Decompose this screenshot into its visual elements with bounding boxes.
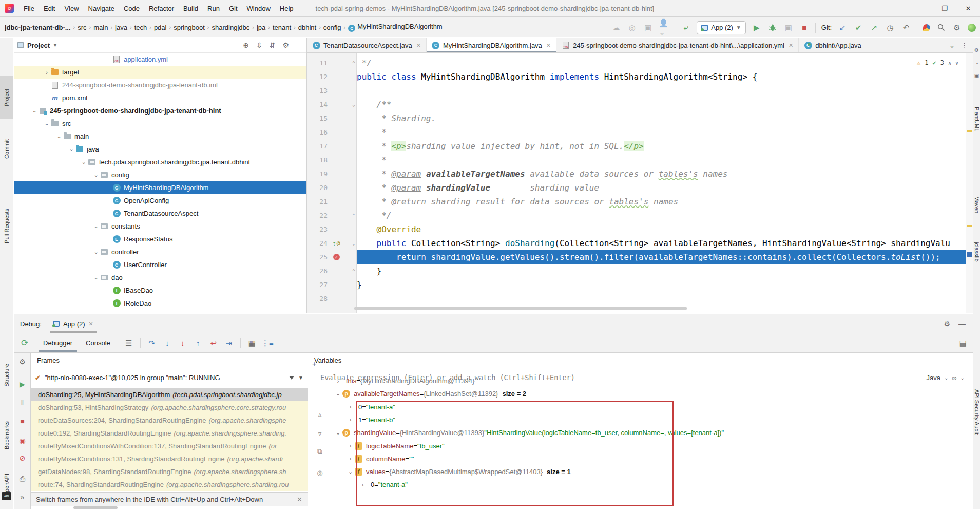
breadcrumb-item[interactable]: springboot [172, 23, 206, 32]
frames-hscrollbar-thumb[interactable] [73, 506, 118, 509]
tool-stripe-plantuml[interactable]: PlantUML [973, 99, 980, 140]
step-out-icon[interactable]: ↑ [191, 337, 205, 349]
chevron-expanded-icon[interactable]: ⌄ [92, 172, 100, 178]
tree-item[interactable]: ⌄tech.pdai.springboot.shardingjdbc.jpa.t… [14, 156, 306, 168]
panel-settings-gear-icon[interactable]: ⚙ [282, 41, 289, 49]
run-config-select[interactable]: App (2) ▼ [697, 21, 746, 34]
run-to-cursor-icon[interactable]: ⇥ [222, 337, 236, 349]
editor-hscrollbar-thumb[interactable] [354, 307, 687, 310]
chevron-expanded-icon[interactable]: ⌄ [67, 146, 75, 153]
git-update-icon[interactable]: ↙ [837, 23, 848, 33]
restore-layout-icon[interactable]: ▤ [959, 338, 973, 348]
chevron-collapsed-icon[interactable]: › [346, 443, 355, 449]
chevron-expanded-icon[interactable]: ⌄ [346, 468, 355, 475]
variable-row[interactable]: ›flogicTableName = "tb_user" [332, 440, 973, 453]
code-line[interactable]: * [357, 125, 966, 139]
tab-console[interactable]: Console [79, 333, 117, 352]
tree-item[interactable]: EResponseStatus [14, 233, 306, 246]
show-watches-icon[interactable]: ◎ [308, 469, 332, 477]
force-step-into-icon[interactable]: ↓ [176, 337, 189, 349]
code-line[interactable]: * @param shardingValue sharding value [357, 181, 966, 195]
tree-item[interactable]: IIRoleDao [14, 297, 306, 310]
move-up-icon[interactable]: ▵ [308, 410, 332, 418]
chevron-expanded-icon[interactable]: ⌄ [92, 274, 100, 281]
chevron-expanded-icon[interactable]: ⌄ [80, 159, 88, 165]
step-into-icon[interactable]: ↓ [161, 337, 174, 349]
breadcrumb-item[interactable]: jdbc-jpa-tenant-db-... [3, 23, 72, 32]
fold-close-icon[interactable]: ⌃ [352, 268, 355, 274]
menu-help[interactable]: Help [275, 0, 298, 17]
frame-row[interactable]: route:74, ShardingStandardRoutingEngine(… [31, 478, 308, 491]
tree-item[interactable]: CMyHintShardingDBAlgorithm [14, 181, 306, 194]
frame-row[interactable]: doSharding:53, HintShardingStrategy(org.… [31, 401, 308, 414]
stop-process-icon[interactable]: ■ [14, 417, 31, 425]
tree-item[interactable]: CTenantDatasourceAspect [14, 207, 306, 220]
debug-button[interactable] [767, 23, 778, 33]
breadcrumb-item[interactable]: java [113, 23, 129, 32]
tool-stripe-api-security-audit[interactable]: API Security Audit [973, 372, 980, 453]
variable-row[interactable]: ›1 = "tenant-b" [332, 413, 973, 426]
close-icon[interactable]: ✕ [546, 42, 551, 49]
chevron-down-icon[interactable]: ⌄ [949, 42, 955, 49]
run-button[interactable]: ▶ [752, 23, 762, 33]
tree-item[interactable]: ›target [14, 66, 306, 79]
breadcrumb-item[interactable]: tech [133, 23, 149, 32]
tab-debugger[interactable]: Debugger [36, 333, 79, 352]
breadcrumb-item[interactable]: tenant [271, 23, 293, 32]
code-line[interactable] [357, 84, 966, 98]
coverage-button[interactable]: ▣ [783, 23, 794, 33]
plugin-avatar-icon[interactable] [968, 24, 976, 32]
code-editor[interactable]: 11⌃121314⌄1516171819202122⌃2324⇡@⌄25✓26⌃… [307, 53, 973, 313]
rerun-icon[interactable]: ⟳ [18, 337, 31, 349]
breadcrumb-item[interactable]: pdai [152, 23, 168, 32]
code-line[interactable]: */ [357, 56, 966, 70]
chevron-expanded-icon[interactable]: ⌄ [334, 390, 342, 397]
code-line[interactable]: @Override [357, 222, 966, 236]
code-line[interactable]: * @return sharding result for data sourc… [357, 195, 966, 209]
editor-tab[interactable]: YML245-springboot-demo-shardingjdbc-jpa-… [556, 38, 799, 52]
editor-tab[interactable]: CTenantDatasourceAspect.java✕ [307, 38, 427, 52]
duplicate-icon[interactable]: ⧉ [308, 447, 332, 456]
close-icon[interactable]: ✕ [297, 496, 302, 503]
tree-item[interactable]: ⌄245-springboot-demo-shardingjdbc-jpa-te… [14, 104, 306, 117]
tool-stripe-commit[interactable]: Commit [0, 129, 13, 168]
expand-all-icon[interactable]: ⇳ [256, 41, 262, 49]
breakpoint-verified-icon[interactable]: ✓ [333, 254, 340, 260]
menu-navigate[interactable]: Navigate [84, 0, 119, 17]
chevron-expanded-icon[interactable]: ⌄ [30, 107, 39, 114]
tool-stripe-maven[interactable]: Maven [973, 190, 980, 220]
fold-open-icon[interactable]: ⌄ [352, 102, 355, 107]
variable-row[interactable]: ⌄fvalues = {AbstractMapBasedMultimap$Wra… [332, 465, 973, 478]
trace-stream-icon[interactable]: ⋮≡ [261, 337, 274, 349]
variable-row[interactable]: ›this = {MyHintShardingDBAlgorithm@11394… [332, 374, 973, 387]
shield-small-icon[interactable]: ▣ [973, 73, 980, 79]
code-line[interactable]: * Sharding. [357, 111, 966, 125]
variable-row[interactable]: ⌄pavailableTargetNames = {LinkedHashSet@… [332, 387, 973, 400]
more-options-icon[interactable]: ⋮ [961, 42, 968, 49]
menu-edit[interactable]: Edit [39, 0, 60, 17]
pause-program-icon[interactable]: ‖ [14, 399, 31, 407]
git-commit-icon[interactable]: ✔ [853, 23, 863, 33]
tree-item[interactable]: ⌄java [14, 143, 306, 156]
openapi-spec-icon[interactable]: API [2, 492, 11, 500]
breadcrumb-item[interactable]: config [322, 23, 343, 32]
settings-gear-icon[interactable]: ⚙ [952, 23, 962, 33]
navigate-back-icon[interactable]: ⤶ [681, 23, 691, 33]
chevron-collapsed-icon[interactable]: › [346, 456, 355, 462]
tree-item[interactable]: COpenApiConfig [14, 194, 306, 207]
fold-close-icon[interactable]: ⌃ [352, 60, 355, 66]
tree-item[interactable]: IIBaseDao [14, 284, 306, 297]
close-icon[interactable]: ✕ [789, 42, 793, 49]
debug-session-tab[interactable]: App (2) ✕ [49, 314, 98, 333]
tool-stripe-bookmarks[interactable]: Bookmarks [0, 411, 13, 460]
variable-row[interactable]: ›fcolumnName = "" [332, 453, 973, 465]
tree-item[interactable]: ⌄dao [14, 271, 306, 284]
tool-stripe-structure[interactable]: Structure [0, 350, 13, 400]
locate-file-icon[interactable]: ⊕ [243, 41, 249, 49]
hide-panel-icon[interactable]: — [958, 319, 966, 328]
breadcrumb-item[interactable]: src [76, 23, 88, 32]
breadcrumb-item[interactable]: dbhint [297, 23, 318, 32]
frame-row[interactable]: doSharding:25, MyHintShardingDBAlgorithm… [31, 388, 308, 401]
frame-row[interactable]: routeDataSources:204, ShardingStandardRo… [31, 414, 308, 427]
tree-item[interactable]: ⌄constants [14, 220, 306, 233]
